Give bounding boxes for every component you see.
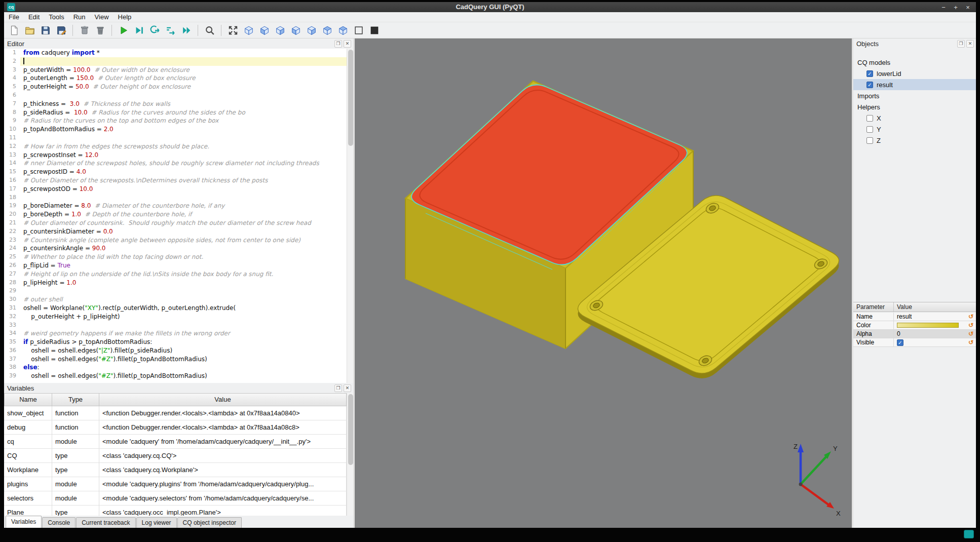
variable-row[interactable]: selectorsmodule<module 'cadquery.selecto… — [4, 491, 347, 506]
tree-item-z[interactable]: Z — [853, 135, 976, 146]
code-line[interactable]: 28p_lipHeight = 1.0 — [4, 279, 353, 287]
column-header-value[interactable]: Value — [894, 302, 976, 312]
trash-icon[interactable] — [93, 23, 107, 37]
save-as-icon[interactable] — [54, 23, 68, 37]
code-line[interactable]: 7p_thickness = 3.0 # Thickness of the bo… — [4, 100, 353, 108]
menu-edit[interactable]: Edit — [24, 12, 44, 22]
tree-item-imports[interactable]: Imports — [853, 90, 976, 101]
code-line[interactable]: 19p_boreDiameter = 8.0 # Diameter of the… — [4, 202, 353, 210]
tab-console[interactable]: Console — [42, 517, 76, 528]
menu-view[interactable]: View — [90, 12, 114, 22]
wireframe-icon[interactable] — [352, 23, 365, 37]
visible-checkbox[interactable]: ✓ — [897, 339, 903, 346]
view-back-icon[interactable] — [273, 23, 287, 37]
title-bar[interactable]: cq CadQuery GUI (PyQT) − + × — [4, 2, 976, 12]
code-line[interactable]: 21# Outer diameter of countersink. Shoul… — [4, 219, 353, 227]
tree-item-lowerlid[interactable]: ✓lowerLid — [853, 68, 976, 79]
run-script-icon[interactable] — [117, 23, 130, 37]
tree-item-helpers[interactable]: Helpers — [853, 101, 976, 112]
parameter-value[interactable]: 0 — [894, 330, 966, 337]
new-file-icon[interactable] — [7, 23, 21, 37]
variable-row[interactable]: Workplanetype<class 'cadquery.cq.Workpla… — [4, 463, 347, 477]
editor-scrollbar-thumb[interactable] — [348, 50, 353, 146]
close-button[interactable]: × — [962, 2, 974, 12]
viewport-3d[interactable]: Z Y X — [355, 38, 852, 528]
reset-parameter-button[interactable]: ↺ — [966, 330, 976, 337]
tab-variables[interactable]: Variables — [6, 516, 42, 528]
reset-parameter-button[interactable]: ↺ — [966, 322, 976, 329]
code-line[interactable]: 27# Height of lip on the underside of th… — [4, 270, 353, 279]
code-line[interactable]: 6 — [4, 91, 353, 100]
code-editor[interactable]: 1from cadquery import *23p_outerWidth = … — [4, 49, 353, 383]
tree-item-result[interactable]: ✓result — [853, 79, 976, 90]
visibility-checkbox[interactable]: ✓ — [866, 82, 873, 88]
variable-row[interactable]: debugfunction<function Debugger.render.<… — [4, 420, 347, 435]
code-line[interactable]: 8p_sideRadius = 10.0 # Radius for the cu… — [4, 108, 353, 117]
continue-icon[interactable] — [179, 23, 193, 37]
parameter-value[interactable]: result — [894, 313, 966, 320]
visibility-checkbox[interactable] — [866, 137, 873, 144]
color-swatch[interactable] — [897, 323, 959, 328]
code-line[interactable]: 20p_boreDepth = 1.0 # Depth of the count… — [4, 210, 353, 219]
maximize-button[interactable]: + — [950, 2, 962, 12]
code-line[interactable]: 17p_screwpostOD = 10.0 — [4, 185, 353, 193]
code-line[interactable]: 22p_countersinkDiameter = 0.0 — [4, 227, 353, 236]
code-line[interactable]: 23# Countersink angle (complete angle be… — [4, 236, 353, 245]
tab-current-traceback[interactable]: Current traceback — [76, 517, 135, 528]
code-line[interactable]: 16# Outer Diameter of the screwposts.\nD… — [4, 176, 353, 185]
code-line[interactable]: 30# outer shell — [4, 295, 353, 304]
view-top-icon[interactable] — [320, 23, 334, 37]
taskbar-tray-icon[interactable] — [964, 530, 974, 538]
parameter-value[interactable] — [894, 323, 966, 328]
clear-icon[interactable] — [78, 23, 91, 37]
visibility-checkbox[interactable] — [866, 115, 873, 122]
variable-row[interactable]: CQtype<class 'cadquery.cq.CQ'> — [4, 449, 347, 463]
visibility-checkbox[interactable] — [866, 126, 873, 133]
zoom-icon[interactable] — [203, 23, 216, 37]
parameter-row-color[interactable]: Color↺ — [853, 321, 976, 330]
float-panel-icon[interactable]: ❐ — [334, 384, 342, 392]
code-line[interactable]: 5p_outerHeight = 50.0 # Outer height of … — [4, 83, 353, 91]
column-header-type[interactable]: Type — [52, 393, 99, 406]
parameter-row-visible[interactable]: Visible✓↺ — [853, 338, 976, 347]
variable-row[interactable]: cqmodule<module 'cadquery' from '/home/a… — [4, 435, 347, 449]
code-line[interactable]: 2 — [4, 57, 353, 66]
code-line[interactable]: 3p_outerWidth = 100.0 # Outer width of b… — [4, 66, 353, 74]
view-left-icon[interactable] — [289, 23, 303, 37]
variable-row[interactable]: show_objectfunction<function Debugger.re… — [4, 406, 347, 420]
float-panel-icon[interactable]: ❐ — [334, 40, 342, 48]
tab-cq-object-inspector[interactable]: CQ object inspector — [177, 517, 242, 528]
column-header-parameter[interactable]: Parameter — [853, 302, 894, 312]
menu-help[interactable]: Help — [114, 12, 136, 22]
close-panel-icon[interactable]: ✕ — [344, 40, 351, 48]
editor-scrollbar[interactable] — [347, 49, 353, 383]
view-iso-icon[interactable] — [242, 23, 255, 37]
step-into-icon[interactable] — [148, 23, 162, 37]
float-panel-icon[interactable]: ❐ — [957, 40, 965, 48]
view-bottom-icon[interactable] — [336, 23, 350, 37]
tab-log-viewer[interactable]: Log viewer — [136, 517, 177, 528]
close-panel-icon[interactable]: ✕ — [966, 40, 974, 48]
code-line[interactable]: 34# weird geometry happens if we make th… — [4, 329, 353, 338]
code-line[interactable]: 31oshell = Workplane("XY").rect(p_outerW… — [4, 304, 353, 313]
parameter-row-alpha[interactable]: Alpha0↺ — [853, 330, 976, 338]
variable-row[interactable]: Planetype<class 'cadquery.occ_impl.geom.… — [4, 506, 347, 516]
tree-item-y[interactable]: Y — [853, 124, 976, 135]
menu-run[interactable]: Run — [69, 12, 90, 22]
code-line[interactable]: 13p_screwpostInset = 12.0 — [4, 151, 353, 160]
tree-item-x[interactable]: X — [853, 112, 976, 124]
close-panel-icon[interactable]: ✕ — [344, 384, 351, 392]
visibility-checkbox[interactable]: ✓ — [866, 70, 873, 77]
code-line[interactable]: 1from cadquery import * — [4, 49, 353, 57]
fit-view-icon[interactable] — [226, 23, 240, 37]
code-line[interactable]: 10p_topAndBottomRadius = 2.0 — [4, 125, 353, 134]
column-header-name[interactable]: Name — [4, 393, 52, 406]
variables-scrollbar-thumb[interactable] — [348, 394, 353, 465]
code-line[interactable]: 9# Radius for the curves on the top and … — [4, 117, 353, 125]
code-line[interactable]: 14# nner Diameter of the screwpost holes… — [4, 159, 353, 168]
variable-row[interactable]: pluginsmodule<module 'cadquery.plugins' … — [4, 477, 347, 491]
code-line[interactable]: 33 — [4, 321, 353, 330]
shaded-icon[interactable] — [367, 23, 381, 37]
code-line[interactable]: 25# Whether to place the lid with the to… — [4, 253, 353, 261]
code-line[interactable]: 29 — [4, 287, 353, 295]
